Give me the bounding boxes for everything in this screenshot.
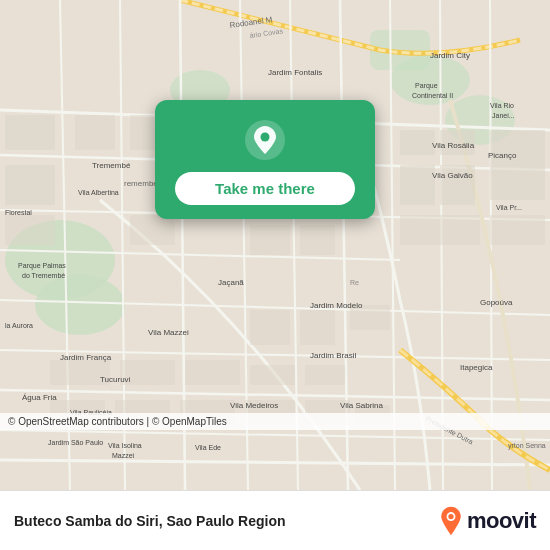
svg-text:Re: Re <box>350 279 359 286</box>
svg-text:do Tremembé: do Tremembé <box>22 272 65 279</box>
svg-text:Tucuruvi: Tucuruvi <box>100 375 131 384</box>
svg-text:remembe: remembe <box>124 179 158 188</box>
svg-text:Jardim São Paulo: Jardim São Paulo <box>48 439 103 446</box>
svg-rect-26 <box>5 165 55 205</box>
svg-text:Jardim França: Jardim França <box>60 353 112 362</box>
svg-text:la Aurora: la Aurora <box>5 322 33 329</box>
svg-text:Tremembé: Tremembé <box>92 161 131 170</box>
attribution-text: © OpenStreetMap contributors | © OpenMap… <box>8 416 227 427</box>
place-name: Buteco Samba do Siri, Sao Paulo Region <box>14 513 437 529</box>
moovit-brand-text: moovit <box>467 508 536 534</box>
svg-rect-34 <box>250 310 290 345</box>
svg-text:Jaçanã: Jaçanã <box>218 278 244 287</box>
svg-text:Continental II: Continental II <box>412 92 453 99</box>
svg-rect-41 <box>400 215 480 245</box>
svg-point-95 <box>261 133 270 142</box>
svg-rect-36 <box>400 130 435 155</box>
svg-rect-47 <box>305 365 345 385</box>
svg-text:Vila Sabrina: Vila Sabrina <box>340 401 384 410</box>
svg-rect-40 <box>490 130 545 200</box>
svg-text:Jardim City: Jardim City <box>430 51 470 60</box>
svg-text:Janei...: Janei... <box>492 112 515 119</box>
svg-rect-31 <box>130 215 175 245</box>
svg-text:Itapegica: Itapegica <box>460 363 493 372</box>
attribution-bar: © OpenStreetMap contributors | © OpenMap… <box>0 413 550 430</box>
svg-text:Parque Palmas: Parque Palmas <box>18 262 66 270</box>
svg-text:Vila Rosália: Vila Rosália <box>432 141 475 150</box>
svg-text:Jardim Modelo: Jardim Modelo <box>310 301 363 310</box>
svg-text:Vila Galvão: Vila Galvão <box>432 171 473 180</box>
svg-text:Vila Rio: Vila Rio <box>490 102 514 109</box>
svg-rect-42 <box>490 215 545 245</box>
svg-rect-32 <box>250 225 290 255</box>
svg-rect-25 <box>5 115 55 150</box>
moovit-logo: moovit <box>437 505 536 537</box>
svg-text:Vila Albertina: Vila Albertina <box>78 189 119 196</box>
moovit-pin-icon <box>437 505 465 537</box>
svg-text:Florestal: Florestal <box>5 209 32 216</box>
bottom-bar: Buteco Samba do Siri, Sao Paulo Region m… <box>0 490 550 550</box>
svg-rect-33 <box>300 225 335 255</box>
svg-text:Parque: Parque <box>415 82 438 90</box>
location-pin-icon <box>243 118 287 162</box>
svg-text:Vila Pr...: Vila Pr... <box>496 204 522 211</box>
svg-text:Vila Ede: Vila Ede <box>195 444 221 451</box>
popup-card: Take me there <box>155 100 375 219</box>
svg-rect-38 <box>400 165 435 205</box>
svg-rect-28 <box>5 215 55 245</box>
svg-text:Mazzei: Mazzei <box>112 452 135 459</box>
svg-point-2 <box>35 275 125 335</box>
svg-rect-46 <box>250 365 295 385</box>
map-container: Rodoanel M ário Covas Jardim City Parque… <box>0 0 550 490</box>
svg-text:Jardim Fontalis: Jardim Fontalis <box>268 68 322 77</box>
take-me-there-button[interactable]: Take me there <box>175 172 355 205</box>
svg-text:Gopoúva: Gopoúva <box>480 298 513 307</box>
svg-text:Água Fria: Água Fria <box>22 393 57 402</box>
svg-rect-27 <box>75 115 115 150</box>
svg-text:Vila Mazzei: Vila Mazzei <box>148 328 189 337</box>
svg-text:Vila Isolina: Vila Isolina <box>108 442 142 449</box>
svg-text:Jardim Brasil: Jardim Brasil <box>310 351 356 360</box>
svg-text:Vila Medeiros: Vila Medeiros <box>230 401 278 410</box>
svg-point-97 <box>448 513 453 518</box>
svg-rect-35 <box>300 310 335 345</box>
svg-rect-45 <box>185 360 240 385</box>
svg-text:yrton Senna: yrton Senna <box>508 442 546 450</box>
svg-text:Picanço: Picanço <box>488 151 517 160</box>
